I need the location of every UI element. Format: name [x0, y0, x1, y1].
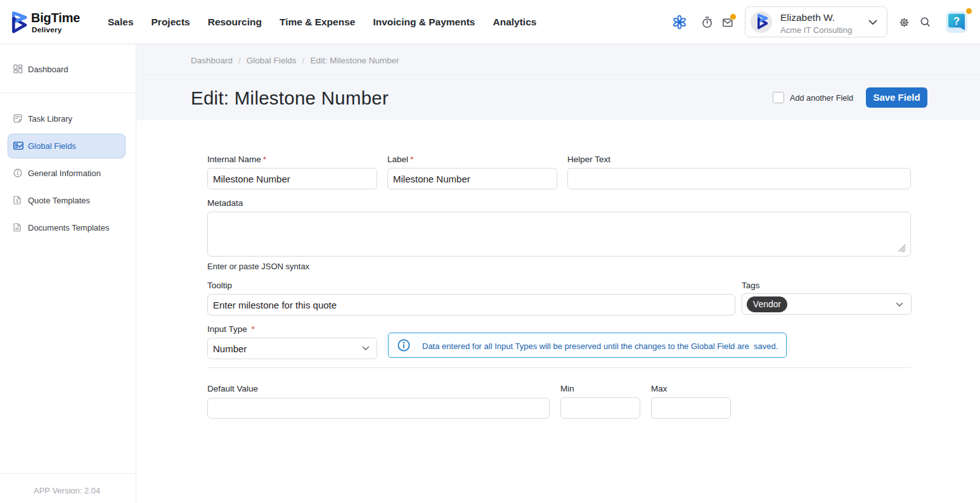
svg-text:?: ?: [953, 15, 960, 27]
